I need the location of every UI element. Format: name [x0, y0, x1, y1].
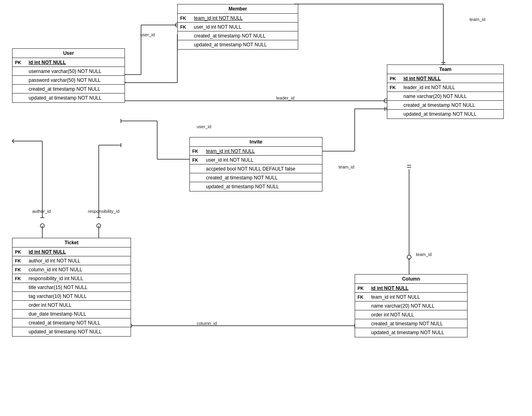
invite-fk1-label: FK	[192, 149, 204, 154]
ticket-row-order: order int NOT NULL	[12, 301, 131, 310]
ticket-row-responsibilityid: FK responsibility_id int NULL	[12, 274, 131, 283]
label-author-id: author_id	[32, 209, 51, 214]
user-row-created: created_at timestamp NOT NULL	[12, 85, 125, 94]
label-team-id-top: team_id	[470, 17, 485, 22]
team-row-id: PK id int NOT NULL	[387, 74, 503, 83]
team-updated-field: updated_at timestamp NOT NULL	[403, 111, 501, 117]
team-fk-label: FK	[390, 85, 401, 90]
member-fk1-label: FK	[180, 16, 191, 21]
ticket-authorid-field: author_id int NOT NULL	[29, 258, 128, 264]
entity-team-title: Team	[387, 65, 503, 74]
user-username-field: username varchar(50) NOT NULL	[29, 69, 122, 74]
svg-point-28	[40, 224, 44, 228]
user-pk-label: PK	[15, 60, 26, 65]
team-name-field: name varchar(20) NOT NULL	[403, 94, 501, 99]
ticket-pk-label: PK	[15, 250, 26, 254]
ticket-row-updated: updated_at timestamp NOT NULL	[12, 327, 131, 336]
entity-user: User PK id int NOT NULL username varchar…	[12, 48, 125, 103]
team-created-field: created_at timestamp NOT NULL	[403, 102, 501, 108]
diagram-canvas: User PK id int NOT NULL username varchar…	[0, 0, 532, 416]
member-userid-field: user_id int NOT NULL	[194, 24, 295, 30]
member-updated-field: updated_at timestamp NOT NULL	[194, 42, 295, 48]
column-row-order: order int NOT NULL	[355, 310, 467, 319]
entity-member-title: Member	[178, 4, 298, 14]
column-row-id: PK id int NOT NULL	[355, 284, 467, 293]
team-row-leaderid: FK leader_id int NOT NULL	[387, 83, 503, 92]
team-id-field: id int NOT NULL	[403, 76, 501, 81]
team-row-updated: updated_at timestamp NOT NULL	[387, 110, 503, 119]
column-row-updated: updated_at timestamp NOT NULL	[355, 328, 467, 337]
column-name-field: name varchar(20) NOT NULL	[371, 303, 465, 309]
entity-ticket-title: Ticket	[12, 238, 131, 248]
ticket-duedate-field: due_date timestamp NULL	[29, 311, 128, 317]
invite-created-field: created_at timestamp NOT NULL	[206, 175, 320, 181]
ticket-responsibilityid-field: responsibility_id int NULL	[29, 276, 128, 281]
invite-accepted-field: accpeted bool NOT NULL DEFAULT false	[206, 166, 320, 172]
column-id-field: id int NOT NULL	[371, 285, 465, 291]
ticket-order-field: order int NOT NULL	[29, 302, 128, 308]
entity-user-title: User	[12, 49, 125, 58]
invite-row-updated: updated_at timestamp NOT NULL	[190, 182, 322, 191]
svg-point-35	[97, 224, 101, 228]
ticket-updated-field: updated_at timestamp NOT NULL	[29, 329, 128, 335]
ticket-title-field: title varchar(15) NOT NULL	[29, 285, 128, 290]
column-row-teamid: FK team_id int NOT NULL	[355, 293, 467, 302]
user-row-password: password varchar(50) NOT NULL	[12, 76, 125, 85]
user-row-id: PK id int NOT NULL	[12, 58, 125, 67]
entity-team: Team PK id int NOT NULL FK leader_id int…	[387, 64, 504, 119]
column-order-field: order int NOT NULL	[371, 312, 465, 318]
invite-row-teamid: FK team_id int NOT NULL	[190, 147, 322, 156]
column-row-created: created_at timestamp NOT NULL	[355, 319, 467, 328]
svg-line-32	[12, 139, 14, 141]
ticket-row-columnid: FK column_id int NOT NULL	[12, 265, 131, 274]
team-pk-label: PK	[390, 76, 401, 81]
label-user-id-invite: user_id	[197, 124, 211, 129]
user-created-field: created_at timestamp NOT NULL	[29, 86, 122, 92]
user-id-field: id int NOT NULL	[29, 60, 122, 65]
label-leader-id: leader_id	[276, 96, 294, 100]
column-teamid-field: team_id int NOT NULL	[371, 294, 465, 300]
column-fk-label: FK	[357, 295, 369, 300]
label-column-id: column_id	[197, 321, 217, 326]
ticket-id-field: id int NOT NULL	[29, 249, 128, 255]
invite-userid-field: user_id int NOT NULL	[206, 157, 320, 163]
label-responsibility-id: responsibility_id	[88, 209, 119, 214]
team-row-created: created_at timestamp NOT NULL	[387, 101, 503, 110]
member-fk2-label: FK	[180, 25, 191, 29]
ticket-fk3-label: FK	[15, 276, 26, 281]
user-row-updated: updated_at timestamp NOT NULL	[12, 94, 125, 102]
invite-row-accepted: accpeted bool NOT NULL DEFAULT false	[190, 164, 322, 173]
member-row-updated: updated_at timestamp NOT NULL	[178, 40, 298, 49]
ticket-row-title: title varchar(15) NOT NULL	[12, 283, 131, 292]
member-created-field: created_at timestamp NOT NULL	[194, 33, 295, 39]
entity-column-title: Column	[355, 275, 467, 284]
member-row-userid: FK user_id int NOT NULL	[178, 23, 298, 31]
label-team-id-column: team_id	[416, 252, 432, 257]
ticket-fk1-label: FK	[15, 258, 26, 263]
ticket-row-created: created_at timestamp NOT NULL	[12, 318, 131, 327]
invite-teamid-field: team_id int NOT NULL	[206, 148, 320, 154]
label-user-id: user_id	[140, 32, 155, 37]
member-teamid-field: team_id int NOT NULL	[194, 15, 295, 21]
user-row-username: username varchar(50) NOT NULL	[12, 67, 125, 76]
label-team-id-invite: team_id	[339, 164, 354, 169]
ticket-row-id: PK id int NOT NULL	[12, 248, 131, 256]
invite-updated-field: updated_at timestamp NOT NULL	[206, 184, 320, 189]
entity-invite: Invite FK team_id int NOT NULL FK user_i…	[189, 137, 322, 191]
member-row-created: created_at timestamp NOT NULL	[178, 31, 298, 40]
user-password-field: password varchar(50) NOT NULL	[29, 77, 122, 83]
user-updated-field: updated_at timestamp NOT NULL	[29, 95, 122, 101]
member-row-teamid: FK team_id int NOT NULL	[178, 14, 298, 23]
ticket-row-authorid: FK author_id int NOT NULL	[12, 256, 131, 265]
column-pk-label: PK	[357, 286, 369, 291]
entity-invite-title: Invite	[190, 137, 322, 147]
invite-row-created: created_at timestamp NOT NULL	[190, 173, 322, 182]
svg-line-33	[12, 141, 14, 143]
column-updated-field: updated_at timestamp NOT NULL	[371, 330, 465, 335]
svg-point-48	[407, 255, 411, 259]
ticket-columnid-field: column_id int NOT NULL	[29, 267, 128, 272]
entity-ticket: Ticket PK id int NOT NULL FK author_id i…	[12, 238, 131, 337]
column-row-name: name varchar(20) NOT NULL	[355, 302, 467, 310]
ticket-row-duedate: due_date timestamp NULL	[12, 310, 131, 318]
invite-row-userid: FK user_id int NOT NULL	[190, 156, 322, 164]
